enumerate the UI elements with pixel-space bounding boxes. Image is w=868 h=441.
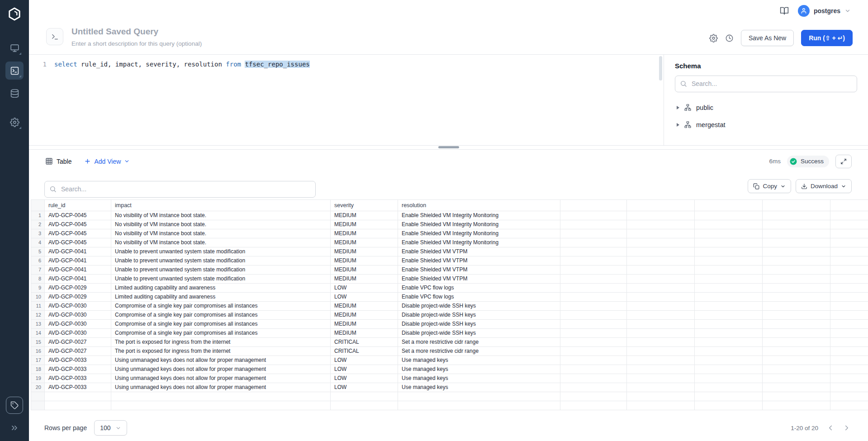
sidebar-item-queries[interactable] — [5, 62, 24, 80]
table-row[interactable] — [31, 401, 868, 410]
cell-rule-id: AVD-GCP-0041 — [45, 256, 111, 265]
table-row[interactable]: 8 AVD-GCP-0041 Unable to prevent unwante… — [31, 274, 868, 283]
copy-button[interactable]: Copy — [748, 179, 791, 193]
schema-search-input[interactable] — [675, 76, 857, 92]
cell-empty — [830, 337, 868, 346]
table-row[interactable]: 6 AVD-GCP-0041 Unable to prevent unwante… — [31, 256, 868, 265]
cell-impact: Using unmanaged keys does not allow for … — [111, 365, 331, 374]
cell-empty — [830, 211, 868, 220]
table-row[interactable]: 5 AVD-GCP-0041 Unable to prevent unwante… — [31, 247, 868, 256]
cell-severity: LOW — [331, 374, 398, 383]
download-button[interactable]: Download — [796, 179, 852, 193]
sql-editor[interactable]: 1 select rule_id, impact, severity, reso… — [29, 55, 664, 145]
column-header-rule-id[interactable]: rule_id — [45, 199, 111, 211]
table-row[interactable]: 4 AVD-GCP-0045 No visibility of VM insta… — [31, 238, 868, 247]
schema-tree-item-public[interactable]: public — [675, 101, 857, 114]
cell-rule-id: AVD-GCP-0045 — [45, 238, 111, 247]
table-row[interactable]: 3 AVD-GCP-0045 No visibility of VM insta… — [31, 229, 868, 238]
sidebar-expand-button[interactable] — [7, 421, 22, 435]
cell-resolution: Set a more restrictive cidr range — [398, 337, 560, 346]
cell-empty — [627, 337, 695, 346]
table-row[interactable] — [31, 392, 868, 401]
add-view-button[interactable]: Add View — [84, 158, 130, 165]
cell-empty — [560, 328, 627, 337]
table-row[interactable]: 7 AVD-GCP-0041 Unable to prevent unwante… — [31, 265, 868, 274]
cell-empty — [763, 211, 830, 220]
query-type-badge — [46, 28, 63, 45]
tab-table-view[interactable]: Table — [45, 157, 71, 165]
cell-empty — [627, 229, 695, 238]
cell-impact: Compromise of a single key pair compromi… — [111, 319, 331, 328]
cell-impact — [111, 401, 331, 410]
column-header-impact[interactable]: impact — [111, 199, 331, 211]
user-menu[interactable]: postgres — [798, 5, 851, 17]
cell-resolution: Enable Shielded VM VTPM — [398, 256, 560, 265]
docs-book-icon[interactable] — [780, 6, 789, 15]
results-panel: Table Add View 6ms Success — [29, 150, 868, 441]
cell-resolution: Enable Shielded VM VTPM — [398, 265, 560, 274]
table-row[interactable]: 15 AVD-GCP-0027 The port is exposed for … — [31, 337, 868, 346]
results-toolbar: Table Add View 6ms Success — [29, 150, 868, 173]
cell-rule-id: AVD-GCP-0045 — [45, 211, 111, 220]
cell-impact: Limited auditing capability and awarenes… — [111, 283, 331, 292]
rows-per-page-select[interactable]: 100 — [94, 420, 127, 436]
cell-severity: MEDIUM — [331, 247, 398, 256]
table-row[interactable]: 11 AVD-GCP-0030 Compromise of a single k… — [31, 301, 868, 310]
query-title[interactable]: Untitled Saved Query — [71, 26, 202, 37]
pagination: 1-20 of 20 — [791, 424, 851, 432]
sidebar-item-repos[interactable] — [5, 39, 24, 57]
editor-scrollbar[interactable] — [659, 56, 662, 81]
previous-page-button[interactable] — [826, 424, 835, 432]
cell-empty — [830, 292, 868, 301]
cell-severity: MEDIUM — [331, 211, 398, 220]
next-page-button[interactable] — [843, 424, 851, 432]
cell-empty — [763, 292, 830, 301]
sidebar-nav — [5, 39, 24, 131]
cell-empty — [763, 337, 830, 346]
cell-resolution: Enable Shielded VM Integrity Monitoring — [398, 211, 560, 220]
table-row[interactable]: 19 AVD-GCP-0033 Using unmanaged keys doe… — [31, 374, 868, 383]
cell-rule-id: AVD-GCP-0030 — [45, 310, 111, 319]
cell-empty — [763, 365, 830, 374]
resize-handle[interactable] — [438, 146, 459, 148]
table-row[interactable]: 12 AVD-GCP-0030 Compromise of a single k… — [31, 310, 868, 319]
table-row[interactable]: 9 AVD-GCP-0029 Limited auditing capabili… — [31, 283, 868, 292]
cell-resolution: Disable project-wide SSH keys — [398, 310, 560, 319]
table-row[interactable]: 10 AVD-GCP-0029 Limited auditing capabil… — [31, 292, 868, 301]
row-number: 16 — [31, 346, 45, 356]
cell-impact: Using unmanaged keys does not allow for … — [111, 356, 331, 365]
table-row[interactable]: 1 AVD-GCP-0045 No visibility of VM insta… — [31, 211, 868, 220]
table-row[interactable]: 20 AVD-GCP-0033 Using unmanaged keys doe… — [31, 383, 868, 392]
query-settings-button[interactable] — [709, 34, 718, 43]
table-row[interactable]: 18 AVD-GCP-0033 Using unmanaged keys doe… — [31, 365, 868, 374]
column-header-severity[interactable]: severity — [331, 199, 398, 211]
save-as-new-button[interactable]: Save As New — [741, 30, 794, 46]
status-badge: Success — [787, 156, 829, 167]
table-row[interactable]: 13 AVD-GCP-0030 Compromise of a single k… — [31, 319, 868, 328]
chevron-right-icon — [843, 424, 851, 432]
fullscreen-button[interactable] — [835, 155, 852, 168]
results-table-body: 1 AVD-GCP-0045 No visibility of VM insta… — [31, 211, 868, 410]
cell-resolution: Disable project-wide SSH keys — [398, 319, 560, 328]
cell-empty — [695, 383, 763, 392]
database-icon — [10, 89, 19, 98]
sidebar-item-data[interactable] — [5, 84, 24, 102]
tags-button[interactable] — [6, 397, 23, 414]
query-description[interactable]: Enter a short description for this query… — [71, 40, 202, 47]
schema-tree-item-mergestat[interactable]: mergestat — [675, 119, 857, 131]
table-row[interactable]: 17 AVD-GCP-0033 Using unmanaged keys doe… — [31, 356, 868, 365]
column-header-resolution[interactable]: resolution — [398, 199, 560, 211]
cell-impact: Compromise of a single key pair compromi… — [111, 310, 331, 319]
cell-empty — [560, 211, 627, 220]
table-row[interactable]: 14 AVD-GCP-0030 Compromise of a single k… — [31, 328, 868, 337]
sidebar-item-settings[interactable] — [5, 113, 24, 131]
results-search-input[interactable] — [44, 181, 316, 198]
download-icon — [801, 183, 807, 190]
table-row[interactable]: 2 AVD-GCP-0045 No visibility of VM insta… — [31, 220, 868, 229]
query-history-button[interactable] — [725, 34, 734, 43]
run-query-button[interactable]: Run (⇧ + ↵) — [801, 30, 853, 46]
cell-empty — [560, 383, 627, 392]
table-row[interactable]: 16 AVD-GCP-0027 The port is exposed for … — [31, 346, 868, 356]
cell-severity: LOW — [331, 283, 398, 292]
cell-empty — [560, 310, 627, 319]
